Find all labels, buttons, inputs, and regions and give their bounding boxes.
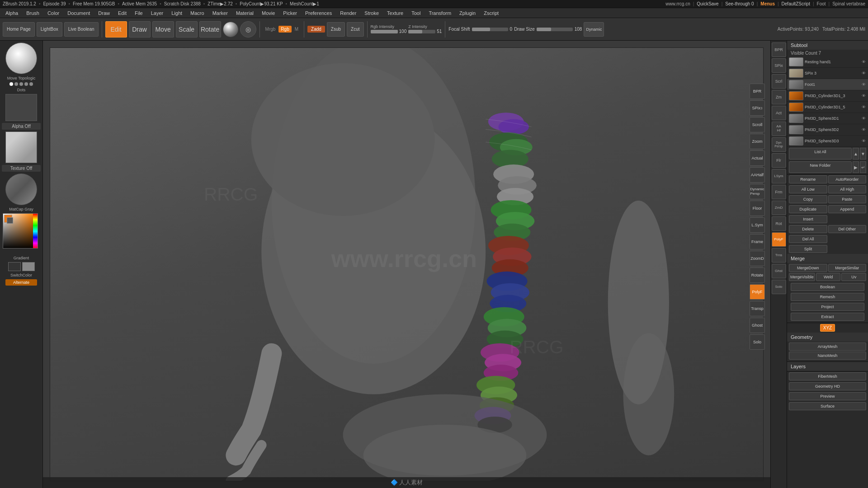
brush-preview[interactable]: [5, 42, 37, 74]
rg-actual[interactable]: Act: [772, 106, 786, 120]
menu-material[interactable]: Material: [232, 9, 257, 17]
subtool-sphere2[interactable]: PM3D_Sphere3D2 👁: [787, 124, 868, 136]
menu-draw[interactable]: Draw: [94, 9, 113, 17]
rg-polyf[interactable]: PolyF: [772, 232, 786, 247]
subtool-spix[interactable]: SPix 3 👁: [787, 68, 868, 79]
subtool-eye-spix[interactable]: 👁: [861, 70, 866, 76]
rg-ghost[interactable]: Ghst: [772, 264, 786, 278]
menu-alpha[interactable]: Alpha: [2, 9, 22, 17]
color-swatch-area[interactable]: [3, 213, 40, 254]
z-intensity-slider[interactable]: [408, 30, 435, 33]
menu-file[interactable]: File: [131, 9, 146, 17]
menu-transform[interactable]: Transform: [425, 9, 455, 17]
mergesimilar-btn[interactable]: MergeSimilar: [828, 264, 867, 272]
rotate-btn[interactable]: Rotate: [199, 21, 221, 38]
extract-btn[interactable]: Extract: [791, 313, 864, 321]
subtool-eye-cyl3[interactable]: 👁: [861, 93, 866, 99]
texture-preview[interactable]: [5, 174, 37, 205]
dynamic-persp-btn[interactable]: DynamicPersp: [750, 184, 765, 199]
menu-light[interactable]: Light: [168, 9, 186, 17]
dot-2[interactable]: [14, 82, 18, 86]
menu-color[interactable]: Color: [44, 9, 63, 17]
dot-1[interactable]: [9, 82, 13, 86]
rename-btn[interactable]: Rename: [789, 175, 827, 183]
draw-btn[interactable]: Draw: [129, 21, 151, 38]
rgb-intensity-slider[interactable]: [371, 30, 398, 33]
actual-btn[interactable]: Actual: [750, 150, 765, 166]
remesh-btn[interactable]: Remesh: [791, 293, 864, 301]
floor-btn[interactable]: Floor: [750, 201, 765, 216]
menu-marker[interactable]: Marker: [209, 9, 231, 17]
draw-size-slider[interactable]: [537, 28, 573, 31]
m-btn[interactable]: M: [292, 26, 301, 33]
rg-dynpersp[interactable]: DynPersp: [772, 137, 786, 152]
see-through[interactable]: See-through 0: [725, 1, 754, 6]
copy-btn[interactable]: Copy: [789, 195, 827, 203]
rg-solo[interactable]: Solo: [772, 280, 786, 294]
menu-stroke[interactable]: Stroke: [361, 9, 382, 17]
zcut-btn[interactable]: Zcut: [347, 22, 363, 37]
polyf-btn[interactable]: PolyF: [750, 284, 765, 300]
rotate-gizmo-btn[interactable]: Rotate: [750, 267, 765, 283]
arraymesh-btn[interactable]: ArrayMesh: [789, 343, 866, 351]
dot-3[interactable]: [19, 82, 23, 86]
defaultzscript[interactable]: DefaultZScript: [782, 1, 810, 6]
mergevisible-btn[interactable]: MergeVisible: [789, 273, 815, 281]
menu-document[interactable]: Document: [64, 9, 94, 17]
new-folder-btn[interactable]: New Folder: [789, 161, 852, 173]
subtool-eye-1[interactable]: 👁: [861, 59, 866, 65]
rg-scroll[interactable]: Scrl: [772, 74, 786, 89]
mode-icon[interactable]: ◎: [240, 21, 256, 38]
subtool-cyl3[interactable]: PM3D_Cylinder3D1_3 👁: [787, 90, 868, 102]
rg-frame[interactable]: Frm: [772, 185, 786, 199]
home-page-tab[interactable]: Home Page: [3, 22, 35, 37]
preview-btn[interactable]: Preview: [789, 392, 866, 400]
all-high-btn[interactable]: All High: [828, 185, 867, 193]
subtool-resting-hand[interactable]: Resting hand1 👁: [787, 56, 868, 68]
gradient-swatch-1[interactable]: [8, 262, 21, 271]
rg-zoomd[interactable]: ZmD: [772, 201, 786, 215]
uv-btn[interactable]: Uv: [841, 273, 866, 281]
menu-edit[interactable]: Edit: [114, 9, 130, 17]
solo-btn[interactable]: Solo: [750, 334, 765, 350]
frame-btn[interactable]: Frame: [750, 234, 765, 249]
list-all-btn[interactable]: List All: [789, 148, 852, 160]
all-low-btn[interactable]: All Low: [789, 185, 827, 193]
menu-movie[interactable]: Movie: [258, 9, 278, 17]
list-arrow-up[interactable]: ▲: [853, 148, 859, 160]
delete-btn[interactable]: Delete: [789, 225, 827, 233]
list-arrow-down[interactable]: ▼: [860, 148, 866, 160]
geometryhd-btn[interactable]: Geometry HD: [789, 382, 866, 390]
menu-zscript[interactable]: Zscript: [480, 9, 502, 17]
mergedown-btn[interactable]: MergeDown: [789, 264, 827, 272]
nanomesh-btn[interactable]: NanoMesh: [789, 352, 866, 360]
fibermesh-btn[interactable]: FiberMesh: [789, 372, 866, 380]
rg-spix[interactable]: SPix: [772, 58, 786, 73]
edit-btn[interactable]: Edit: [105, 21, 127, 38]
dot-5[interactable]: [29, 82, 33, 86]
rgb-btn[interactable]: Rgb: [278, 26, 291, 33]
surface-btn[interactable]: Surface: [789, 402, 866, 410]
subtool-foot[interactable]: Foot1 👁: [787, 79, 868, 90]
menus-btn[interactable]: Menus: [760, 1, 775, 6]
paste-btn[interactable]: Paste: [828, 195, 867, 203]
autoreorder-btn[interactable]: AutoReorder: [828, 175, 867, 183]
scroll-btn[interactable]: Scroll: [750, 117, 765, 132]
rg-aahalf[interactable]: AAHf: [772, 122, 786, 136]
live-boolean-tab[interactable]: Live Boolean: [64, 22, 99, 37]
geometry-header[interactable]: Geometry: [787, 333, 868, 342]
subtool-sphere3[interactable]: PM3D_Sphere3D3 👁: [787, 136, 868, 147]
del-other-btn[interactable]: Del Other: [828, 225, 867, 233]
subtool-cyl5[interactable]: PM3D_Cylinder3D1_5 👁: [787, 102, 868, 113]
scale-btn[interactable]: Scale: [176, 21, 198, 38]
xyz-btn[interactable]: XYZ: [820, 324, 835, 332]
canvas-area[interactable]: www.rrcg.cn RRCG RRCG BPR SPix3 Scroll Z…: [43, 41, 770, 488]
rg-lsym[interactable]: LSym: [772, 169, 786, 183]
append-btn[interactable]: Append: [828, 205, 867, 213]
rg-floor[interactable]: Flr: [772, 153, 786, 168]
subtool-header[interactable]: Subtool: [787, 41, 868, 50]
move-btn[interactable]: Move: [152, 21, 174, 38]
rg-rotate[interactable]: Rot: [772, 216, 786, 231]
dynamic-btn[interactable]: Dynamic: [584, 22, 604, 37]
zoomd-btn[interactable]: ZoomD: [750, 251, 765, 266]
